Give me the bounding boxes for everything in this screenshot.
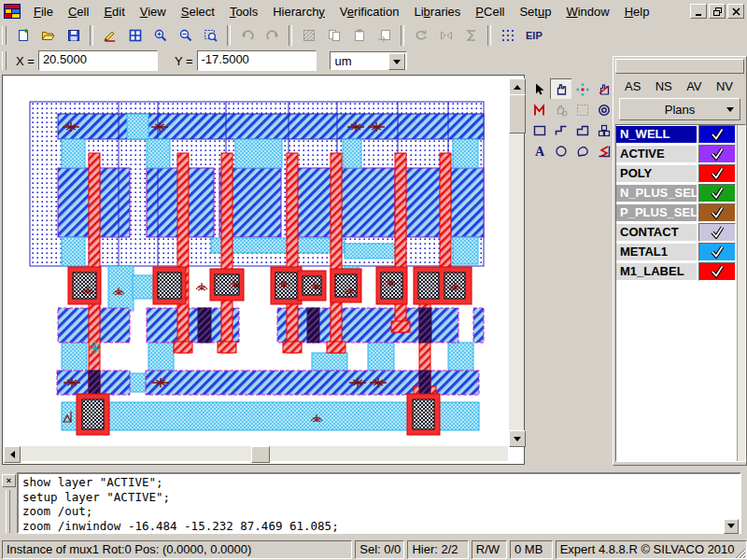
layer-visibility-checkbox[interactable] bbox=[698, 125, 736, 144]
layer-panel-grip[interactable] bbox=[615, 59, 744, 74]
polygon-tool-button[interactable] bbox=[571, 119, 594, 141]
move-tool-button[interactable] bbox=[571, 78, 594, 100]
layer-row-n_well[interactable]: N_WELL bbox=[616, 125, 745, 144]
layer-row-contact[interactable]: CONTACT bbox=[616, 223, 745, 242]
resize-grip[interactable] bbox=[734, 547, 746, 559]
blob-tool-button[interactable] bbox=[571, 140, 594, 161]
draw-pencil-icon bbox=[103, 28, 118, 43]
paste-into-icon bbox=[377, 28, 392, 43]
layer-visibility-checkbox[interactable] bbox=[698, 184, 736, 203]
menu-file[interactable]: File bbox=[26, 2, 61, 21]
restore-button[interactable] bbox=[709, 4, 726, 19]
status-field-5: Expert 4.8.8.R © SILVACO 2010 bbox=[556, 540, 747, 559]
scroll-down-button[interactable] bbox=[509, 430, 526, 447]
layer-visibility-checkbox[interactable] bbox=[698, 145, 736, 163]
zoom-out-button[interactable] bbox=[173, 23, 198, 48]
box-tool-button[interactable] bbox=[529, 119, 551, 141]
layer-row-m1_label[interactable]: M1_LABEL bbox=[616, 262, 745, 281]
layer-row-active[interactable]: ACTIVE bbox=[616, 145, 745, 163]
x-coordinate-input[interactable]: 20.5000 bbox=[38, 50, 158, 71]
menu-verification[interactable]: Verification bbox=[332, 2, 407, 21]
plans-dropdown[interactable]: Plans bbox=[619, 98, 740, 120]
layer-name[interactable]: M1_LABEL bbox=[616, 263, 697, 280]
layer-visibility-checkbox[interactable] bbox=[698, 243, 736, 261]
menu-pcell[interactable]: PCell bbox=[468, 2, 512, 21]
mode-button-as[interactable]: AS bbox=[623, 77, 642, 96]
console-close-button[interactable]: × bbox=[2, 474, 16, 487]
layer-name[interactable]: METAL1 bbox=[616, 244, 697, 260]
circle-tool-button[interactable] bbox=[550, 140, 572, 161]
layer-row-n_plus_selec[interactable]: N_PLUS_SELEC bbox=[616, 184, 745, 203]
mirror-button bbox=[433, 23, 458, 48]
menu-libraries[interactable]: Libraries bbox=[406, 2, 468, 21]
layout-canvas[interactable] bbox=[8, 79, 509, 445]
menu-edit[interactable]: Edit bbox=[96, 2, 132, 21]
layer-visibility-checkbox[interactable] bbox=[698, 203, 736, 222]
scroll-left-button[interactable] bbox=[4, 446, 21, 463]
canvas-horizontal-scrollbar[interactable] bbox=[4, 446, 508, 461]
command-input-row[interactable]: zoom /inwindow -16.484 -15.232 87.469 61… bbox=[22, 519, 740, 534]
drag-tool-icon bbox=[554, 103, 569, 118]
mode-button-ns[interactable]: NS bbox=[654, 77, 674, 96]
mode-button-nv[interactable]: NV bbox=[714, 77, 735, 96]
stretch-tool-button[interactable] bbox=[529, 99, 551, 120]
menu-view[interactable]: View bbox=[133, 2, 174, 21]
layer-name[interactable]: N_WELL bbox=[616, 126, 697, 143]
open-file-button[interactable] bbox=[35, 23, 61, 48]
menu-hierarchy[interactable]: Hierarchy bbox=[265, 2, 332, 21]
wire-tool-button[interactable] bbox=[550, 119, 572, 141]
edit-tool-icon bbox=[597, 82, 612, 97]
y-coordinate-input[interactable]: -17.5000 bbox=[197, 50, 317, 71]
close-button[interactable] bbox=[727, 4, 744, 19]
menu-select[interactable]: Select bbox=[174, 2, 222, 21]
zoom-region-button[interactable] bbox=[198, 23, 223, 48]
zoom-in-button[interactable] bbox=[148, 23, 173, 48]
command-history-dropdown[interactable] bbox=[724, 519, 739, 534]
unit-dropdown-button[interactable] bbox=[388, 53, 405, 70]
draw-pencil-button[interactable] bbox=[97, 23, 122, 48]
mode-button-av[interactable]: AV bbox=[684, 77, 703, 96]
command-input[interactable]: zoom /inwindow -16.484 -15.232 87.469 61… bbox=[22, 519, 724, 534]
scroll-up-button[interactable] bbox=[509, 78, 526, 95]
application-window: FileCellEditViewSelectToolsHierarchyVeri… bbox=[0, 0, 747, 560]
layer-visibility-checkbox[interactable] bbox=[698, 262, 736, 281]
grid-button[interactable] bbox=[495, 23, 520, 48]
layer-visibility-checkbox[interactable] bbox=[698, 164, 736, 183]
layer-row-p_plus_selec[interactable]: P_PLUS_SELEC bbox=[616, 203, 745, 222]
menu-window[interactable]: Window bbox=[558, 2, 616, 21]
eip-button[interactable]: EIP bbox=[520, 24, 548, 47]
text-tool-button[interactable]: A bbox=[529, 140, 551, 161]
layer-row-metal1[interactable]: METAL1 bbox=[616, 243, 745, 261]
check-icon bbox=[710, 167, 725, 180]
check-icon bbox=[710, 206, 725, 219]
main-toolbar: EIP bbox=[0, 22, 747, 49]
console-log[interactable]: show layer "ACTIVE";setup layer "ACTIVE"… bbox=[17, 472, 741, 534]
select-tool-button[interactable] bbox=[529, 78, 551, 100]
coordbar-grip[interactable] bbox=[2, 51, 7, 70]
canvas-vertical-scrollbar[interactable] bbox=[509, 78, 524, 445]
layer-row-poly[interactable]: POLY bbox=[616, 164, 745, 183]
layer-name[interactable]: N_PLUS_SELEC bbox=[616, 185, 697, 202]
menu-help[interactable]: Help bbox=[617, 2, 657, 21]
pan-tool-button[interactable] bbox=[550, 78, 572, 100]
minimize-button[interactable] bbox=[690, 4, 707, 19]
menu-setup[interactable]: Setup bbox=[512, 2, 558, 21]
layer-list-scrollbar[interactable] bbox=[737, 125, 745, 461]
paste-icon bbox=[352, 28, 367, 43]
vertical-scroll-thumb[interactable] bbox=[509, 94, 526, 133]
unit-select[interactable]: um bbox=[330, 51, 407, 70]
layer-name[interactable]: P_PLUS_SELEC bbox=[616, 204, 697, 221]
layer-name[interactable]: POLY bbox=[616, 165, 697, 182]
layer-name[interactable]: CONTACT bbox=[616, 224, 697, 241]
save-file-button[interactable] bbox=[61, 23, 86, 48]
toolbar-grip[interactable] bbox=[2, 26, 7, 45]
layer-name[interactable]: ACTIVE bbox=[616, 146, 697, 162]
menu-tools[interactable]: Tools bbox=[222, 2, 265, 21]
layer-visibility-checkbox[interactable] bbox=[698, 223, 736, 242]
tile-windows-button[interactable] bbox=[122, 23, 148, 48]
new-file-button[interactable] bbox=[10, 23, 35, 48]
horizontal-scroll-thumb[interactable] bbox=[251, 446, 270, 463]
menu-cell[interactable]: Cell bbox=[61, 2, 96, 21]
check-icon bbox=[710, 265, 725, 278]
console-grip[interactable] bbox=[6, 490, 10, 533]
